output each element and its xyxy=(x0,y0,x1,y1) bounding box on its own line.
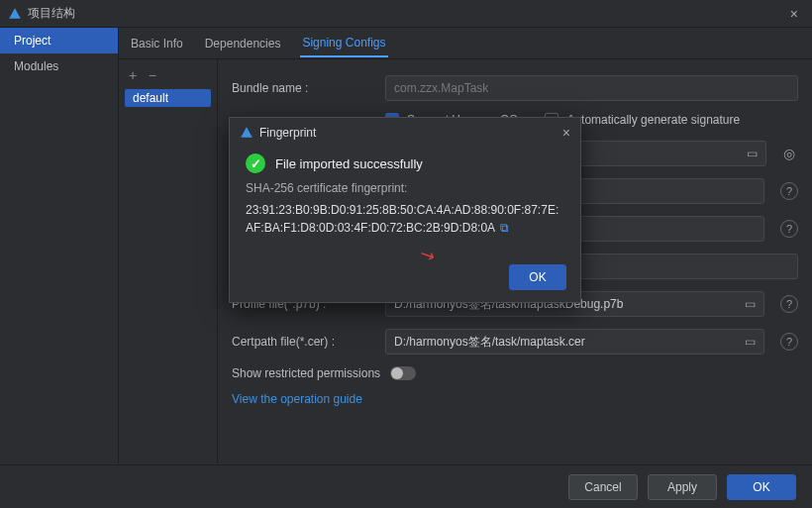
cancel-button[interactable]: Cancel xyxy=(568,474,638,500)
tab-dependencies[interactable]: Dependencies xyxy=(203,31,283,56)
fingerprint-caption: SHA-256 certificate fingerprint: xyxy=(246,181,564,195)
window-titlebar: 项目结构 × xyxy=(0,0,812,28)
certpath-file-input[interactable] xyxy=(394,335,745,349)
tab-signing-configs[interactable]: Signing Configs xyxy=(300,30,387,57)
modal-title: Fingerprint xyxy=(259,126,316,140)
sidebar-item-project[interactable]: Project xyxy=(0,28,118,53)
ok-button[interactable]: OK xyxy=(727,474,796,500)
browse-icon[interactable]: ▭ xyxy=(747,147,758,160)
modal-logo-icon xyxy=(240,126,254,140)
show-restricted-toggle[interactable] xyxy=(390,366,416,380)
bundle-name-label: Bundle name : xyxy=(232,81,375,95)
fingerprint-hash: 23:91:23:B0:9B:D0:91:25:8B:50:CA:4A:AD:8… xyxy=(246,203,558,235)
browse-icon[interactable]: ▭ xyxy=(745,335,756,349)
success-check-icon: ✓ xyxy=(246,153,265,173)
sidebar-item-modules[interactable]: Modules xyxy=(0,53,118,79)
auto-generate-label: Automatically generate signature xyxy=(566,113,740,127)
add-config-button[interactable]: + xyxy=(129,67,137,83)
fingerprint-icon[interactable]: ◎ xyxy=(780,145,798,162)
fingerprint-modal: Fingerprint × ✓ File imported successful… xyxy=(229,117,581,303)
certpath-file-field[interactable]: ▭ xyxy=(385,329,764,355)
tab-basic-info[interactable]: Basic Info xyxy=(129,31,185,56)
bundle-name-input[interactable] xyxy=(394,81,789,95)
dialog-footer: Cancel Apply OK xyxy=(0,464,812,508)
modal-close-icon[interactable]: × xyxy=(562,125,570,141)
apply-button[interactable]: Apply xyxy=(648,474,717,500)
help-icon[interactable]: ? xyxy=(780,295,798,313)
project-sidebar: Project Modules xyxy=(0,28,119,463)
tab-bar: Basic Info Dependencies Signing Configs xyxy=(119,28,812,59)
modal-ok-button[interactable]: OK xyxy=(509,264,566,290)
certpath-file-label: Certpath file(*.cer) : xyxy=(232,335,375,349)
copy-icon[interactable]: ⧉ xyxy=(500,221,509,235)
bundle-name-field[interactable] xyxy=(385,75,798,101)
help-icon[interactable]: ? xyxy=(780,333,798,351)
show-restricted-label: Show restricted permissions xyxy=(232,366,380,380)
config-list: + − default xyxy=(119,59,218,463)
remove-config-button[interactable]: − xyxy=(149,67,156,83)
operation-guide-link[interactable]: View the operation guide xyxy=(232,392,362,406)
window-title: 项目结构 xyxy=(28,5,75,22)
app-logo-icon xyxy=(8,7,22,21)
success-message: File imported successfully xyxy=(275,156,423,171)
browse-icon[interactable]: ▭ xyxy=(745,297,756,311)
help-icon[interactable]: ? xyxy=(780,182,798,200)
help-icon[interactable]: ? xyxy=(780,220,798,238)
config-entry-default[interactable]: default xyxy=(125,89,211,107)
window-close-icon[interactable]: × xyxy=(784,4,804,24)
